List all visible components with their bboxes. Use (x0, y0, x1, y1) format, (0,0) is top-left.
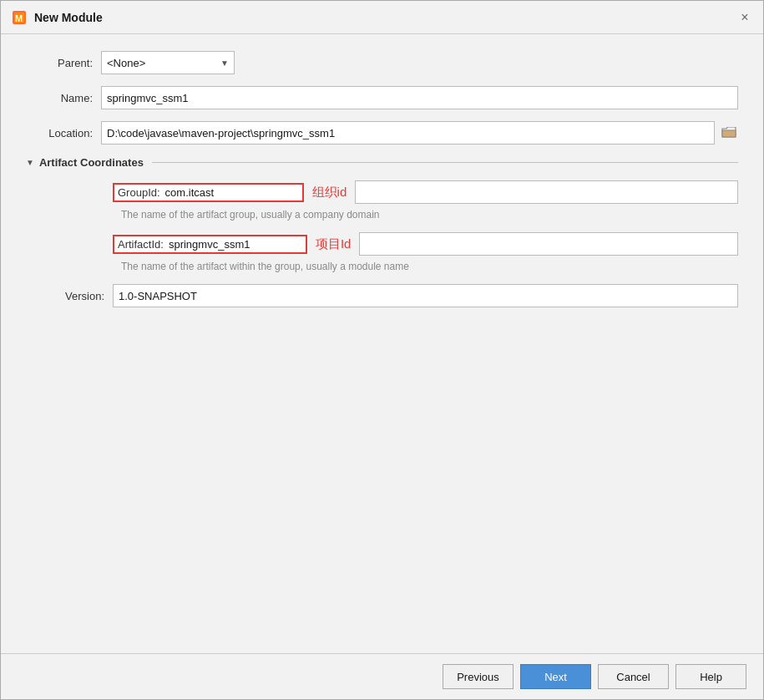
chevron-down-icon: ▼ (220, 58, 229, 68)
groupid-input-wrap: GroupId: 组织id (113, 180, 738, 204)
groupid-highlight-box: GroupId: (113, 183, 304, 202)
artifactid-row: ArtifactId: 项目Id (38, 232, 738, 256)
dialog-title: New Module (34, 11, 103, 24)
name-label: Name: (26, 92, 101, 104)
module-icon: M (11, 9, 28, 26)
version-input[interactable] (113, 284, 738, 307)
parent-label: Parent: (26, 57, 101, 69)
parent-row: Parent: <None> ▼ (26, 51, 738, 74)
version-row: Version: (38, 284, 738, 307)
groupid-hint: The name of the artifact group, usually … (38, 209, 738, 221)
folder-icon[interactable] (720, 124, 738, 142)
name-input-wrap (101, 86, 738, 109)
version-input-wrap (113, 284, 738, 307)
location-input[interactable] (101, 121, 715, 145)
artifactid-input-wrap: ArtifactId: 项目Id (113, 232, 738, 256)
artifactid-extra-input[interactable] (359, 232, 738, 256)
artifactid-highlight-box: ArtifactId: (113, 235, 307, 254)
name-row: Name: (26, 86, 738, 109)
groupid-extra-input[interactable] (355, 180, 738, 204)
groupid-row: GroupId: 组织id (38, 180, 738, 204)
name-input[interactable] (101, 86, 738, 109)
artifactid-hint: The name of the artifact within the grou… (38, 261, 738, 272)
artifactid-label: ArtifactId: (118, 238, 164, 251)
previous-button[interactable]: Previous (443, 664, 514, 689)
help-button[interactable]: Help (675, 664, 746, 689)
location-row: Location: (26, 121, 738, 145)
cancel-button[interactable]: Cancel (598, 664, 669, 689)
next-button[interactable]: Next (520, 664, 591, 689)
artifact-section: GroupId: 组织id The name of the artifact g… (26, 180, 738, 307)
artifactid-chinese-label: 项目Id (316, 236, 352, 252)
parent-value: <None> (107, 57, 145, 69)
artifact-section-title: Artifact Coordinates (39, 156, 144, 169)
title-bar-left: M New Module (11, 9, 103, 26)
dialog-footer: Previous Next Cancel Help (1, 653, 763, 699)
location-label: Location: (26, 127, 101, 139)
groupid-chinese-label: 组织id (312, 185, 347, 200)
dialog-content: Parent: <None> ▼ Name: Location: (1, 34, 763, 653)
parent-control-wrap: <None> ▼ (101, 51, 738, 74)
artifact-section-header: ▼ Artifact Coordinates (26, 156, 738, 169)
artifactid-input[interactable] (169, 238, 302, 251)
collapse-triangle-icon[interactable]: ▼ (26, 158, 34, 167)
location-input-wrap (101, 121, 738, 145)
groupid-label: GroupId: (118, 186, 160, 199)
parent-dropdown[interactable]: <None> ▼ (101, 51, 235, 74)
new-module-dialog: M New Module × Parent: <None> ▼ Name: (0, 0, 764, 700)
version-label: Version: (38, 290, 113, 302)
title-bar: M New Module × (1, 1, 763, 34)
section-divider (152, 162, 738, 163)
svg-text:M: M (15, 13, 23, 23)
groupid-input[interactable] (165, 186, 299, 199)
close-button[interactable]: × (736, 9, 753, 26)
